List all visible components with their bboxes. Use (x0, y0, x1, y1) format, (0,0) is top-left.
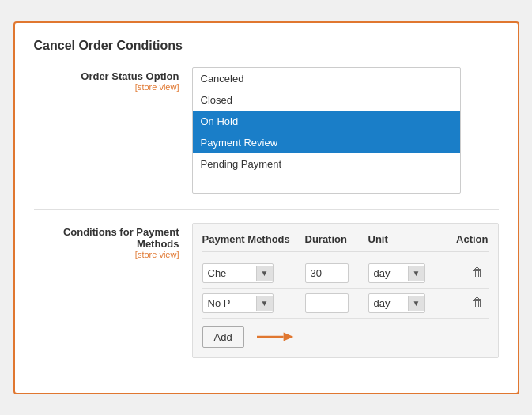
panel-title: Cancel Order Conditions (34, 39, 499, 53)
payment-methods-store-view: [store view] (34, 250, 179, 259)
col-header-duration: Duration (305, 233, 368, 245)
action-cell-1: 🗑 (440, 264, 489, 281)
unit-select-arrow-2[interactable]: ▼ (408, 296, 424, 311)
payment-methods-table-col: Payment Methods Duration Unit Action Che… (192, 223, 499, 358)
arrow-indicator (257, 327, 295, 346)
order-status-label: Order Status Option (34, 70, 179, 82)
list-item-payment-review[interactable]: Payment Review (193, 132, 460, 153)
payment-methods-label-col: Conditions for Payment Methods [store vi… (34, 223, 192, 259)
unit-select-arrow-1[interactable]: ▼ (408, 266, 424, 281)
add-button[interactable]: Add (202, 326, 244, 348)
order-status-row: Order Status Option [store view] Cancele… (34, 67, 499, 194)
divider (34, 209, 499, 210)
order-status-listbox[interactable]: Canceled Closed On Hold Payment Review P… (192, 67, 461, 194)
panel: Cancel Order Conditions Order Status Opt… (13, 21, 519, 394)
unit-select-text-1: day (369, 264, 408, 282)
duration-cell-1 (305, 263, 368, 283)
method-select-text-1: Che‌ (203, 264, 256, 282)
unit-cell-2: day ▼ (368, 293, 440, 313)
unit-cell-1: day ▼ (368, 263, 440, 283)
method-select-1[interactable]: Che‌ ▼ (202, 263, 274, 283)
order-status-field: Canceled Closed On Hold Payment Review P… (192, 67, 499, 194)
list-item[interactable]: Closed (193, 89, 460, 111)
action-cell-2: 🗑 (440, 294, 489, 311)
duration-input-2[interactable] (305, 293, 349, 313)
payment-table: Payment Methods Duration Unit Action Che… (192, 223, 499, 358)
delete-row-2-button[interactable]: 🗑 (466, 294, 489, 311)
payment-methods-row: Conditions for Payment Methods [store vi… (34, 223, 499, 358)
method-select-2[interactable]: No P ▼ (202, 293, 274, 313)
delete-row-1-button[interactable]: 🗑 (466, 264, 489, 281)
arrow-icon (257, 327, 295, 346)
method-cell-2: No P ▼ (202, 293, 305, 313)
method-cell-1: Che‌ ▼ (202, 263, 305, 283)
method-select-arrow-1[interactable]: ▼ (256, 266, 273, 281)
unit-select-text-2: day (369, 294, 408, 312)
col-header-action: Action (440, 233, 489, 245)
payment-methods-label: Conditions for Payment Methods (34, 226, 179, 250)
table-row: No P ▼ day ▼ 🗑 (202, 289, 489, 319)
list-item-on-hold[interactable]: On Hold (193, 111, 460, 132)
duration-cell-2 (305, 293, 368, 313)
list-item-pending-payment[interactable]: Pending Payment (193, 153, 460, 175)
svg-marker-1 (283, 332, 293, 341)
list-item[interactable]: Canceled (193, 68, 460, 89)
method-select-arrow-2[interactable]: ▼ (256, 296, 273, 311)
unit-select-2[interactable]: day ▼ (368, 293, 425, 313)
method-select-text-2: No P (203, 294, 256, 312)
table-row: Che‌ ▼ day ▼ 🗑 (202, 258, 489, 289)
duration-input-1[interactable] (305, 263, 349, 283)
order-status-store-view: [store view] (34, 82, 179, 92)
add-row: Add (202, 319, 489, 348)
unit-select-1[interactable]: day ▼ (368, 263, 425, 283)
order-status-label-col: Order Status Option [store view] (34, 67, 192, 92)
col-header-method: Payment Methods (202, 233, 305, 245)
table-header: Payment Methods Duration Unit Action (202, 233, 489, 252)
col-header-unit: Unit (368, 233, 440, 245)
